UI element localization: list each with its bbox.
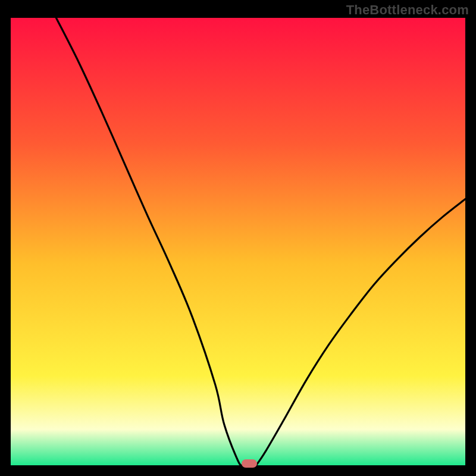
gradient-background xyxy=(11,18,465,465)
chart-svg xyxy=(11,18,465,465)
chart-frame: TheBottleneck.com xyxy=(0,0,476,476)
plot-area xyxy=(11,18,465,465)
watermark-text: TheBottleneck.com xyxy=(346,2,469,18)
bottleneck-marker xyxy=(242,459,257,468)
